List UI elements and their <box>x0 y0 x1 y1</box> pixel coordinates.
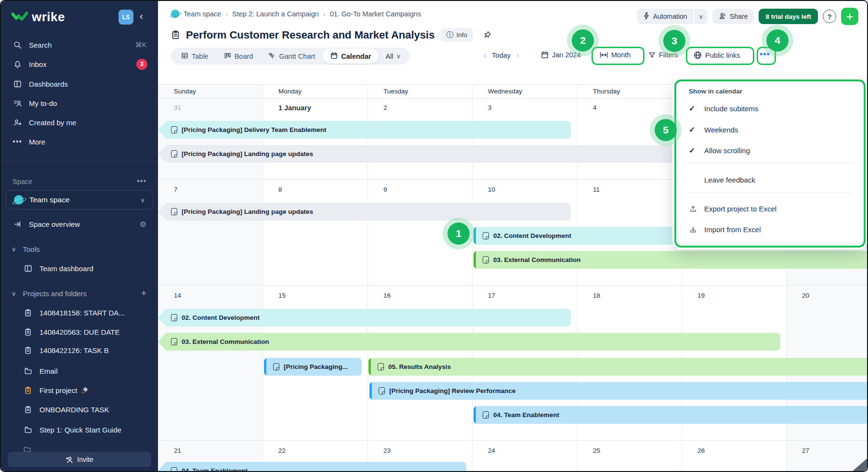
day-cell[interactable]: 31 <box>174 104 181 111</box>
day-cell[interactable]: 21 <box>174 447 181 454</box>
chevron-right-icon[interactable]: › <box>516 51 519 60</box>
space-more-icon[interactable]: ••• <box>137 177 146 185</box>
clipboard-orange-icon <box>23 386 33 394</box>
gantt-icon <box>268 52 276 61</box>
info-button[interactable]: ⓘ Info <box>440 28 473 42</box>
sidebar-item-project[interactable]: 1408422126: TASK B <box>1 341 158 359</box>
day-cell[interactable]: 22 <box>278 447 286 454</box>
breadcrumb-team-space[interactable]: Team space <box>184 10 221 18</box>
task-bar[interactable]: [Pricing Packaging... <box>264 358 362 376</box>
day-cell[interactable]: 2 <box>383 104 387 111</box>
task-bar[interactable]: 04. Team Enablement <box>158 462 466 471</box>
day-cell[interactable]: 25 <box>593 447 600 454</box>
tab-all-filter[interactable]: All ∨ <box>379 52 408 60</box>
pin-button[interactable] <box>479 28 496 42</box>
my-todo-icon <box>13 99 22 107</box>
day-cell[interactable]: 18 <box>593 292 600 299</box>
day-header: Sunday <box>174 88 196 95</box>
window-resize-corner[interactable] <box>853 459 867 471</box>
add-new-button[interactable]: + <box>841 8 858 25</box>
search-icon <box>13 41 22 49</box>
day-cell[interactable]: 9 <box>383 186 387 193</box>
tab-gantt-chart[interactable]: Gantt Chart <box>261 48 323 65</box>
task-bar[interactable]: 02. Content Development <box>158 309 571 327</box>
tab-board[interactable]: Board <box>216 48 261 65</box>
trial-days-button[interactable]: 8 trial days left <box>759 9 818 24</box>
sidebar-item-folder[interactable]: Step 1: Quick Start Guide <box>1 420 158 439</box>
sidebar-item-more[interactable]: ••• More <box>1 132 158 151</box>
day-cell[interactable]: 16 <box>383 292 391 299</box>
month-view-button[interactable]: Month <box>600 51 631 59</box>
today-button[interactable]: Today <box>492 52 511 59</box>
folder-icon <box>23 367 33 375</box>
check-icon: ✓ <box>689 146 697 155</box>
breadcrumb-step2[interactable]: Step 2: Launch a Campaign <box>232 10 319 18</box>
task-bar[interactable]: 03. External Communication <box>158 333 780 351</box>
automation-button[interactable]: Automation <box>637 9 694 24</box>
tab-calendar[interactable]: Calendar <box>323 49 379 64</box>
share-button[interactable]: Share <box>712 9 754 24</box>
avatar[interactable]: LS <box>118 10 133 25</box>
day-cell[interactable]: 10 <box>488 186 495 193</box>
day-cell[interactable]: 17 <box>488 292 495 299</box>
chevron-left-icon[interactable]: ‹ <box>484 51 486 60</box>
task-bar[interactable]: [Pricing Packaging] Delivery Team Enable… <box>158 121 571 139</box>
automation-dropdown-button[interactable]: ∨ <box>695 9 708 24</box>
sidebar-item-created-by-me[interactable]: Created by me <box>1 113 158 131</box>
day-cell[interactable]: 19 <box>697 292 705 299</box>
invite-button[interactable]: Invite <box>8 452 151 467</box>
sidebar-item-project[interactable]: 1408418158: START DA... <box>1 303 158 322</box>
menu-item-weekends[interactable]: ✓ Weekends <box>689 125 738 134</box>
day-cell[interactable]: 26 <box>697 447 705 454</box>
sidebar-item-project[interactable]: ONBOARDING TASK <box>1 400 158 419</box>
breadcrumb: Team space › Step 2: Launch a Campaign ›… <box>171 10 421 18</box>
sidebar-item-dashboards[interactable]: Dashboards <box>1 75 158 93</box>
add-project-icon[interactable]: + <box>141 288 146 299</box>
task-bar[interactable]: 04. Team Enablement <box>473 406 868 424</box>
sidebar-item-folder[interactable]: Email <box>1 362 158 380</box>
sidebar-item-space-overview[interactable]: Space overview ⚙ <box>1 215 158 233</box>
sidebar-item-my-todo[interactable]: My to-do <box>1 94 158 112</box>
sidebar-item-search[interactable]: Search ⌘K <box>1 36 158 54</box>
day-cell[interactable]: 8 <box>278 186 282 193</box>
day-cell[interactable]: 7 <box>174 186 178 193</box>
main-content: Team space › Step 2: Launch a Campaign ›… <box>158 1 868 471</box>
gear-icon[interactable]: ⚙ <box>140 220 146 229</box>
team-space-selector[interactable]: Team space ∨ <box>6 190 153 210</box>
help-button[interactable]: ? <box>823 10 836 23</box>
breadcrumb-campaigns[interactable]: 01. Go-To Market Campaigns <box>330 10 421 18</box>
day-header: Thursday <box>593 88 620 95</box>
menu-item-export-excel[interactable]: Export project to Excel <box>689 205 776 213</box>
day-cell[interactable]: 27 <box>802 447 809 454</box>
day-cell[interactable]: 20 <box>802 292 809 299</box>
sidebar-item-team-dashboard[interactable]: Team dashboard <box>1 259 158 277</box>
task-bar[interactable]: 05. Results Analysis <box>368 358 868 376</box>
info-icon: ⓘ <box>446 30 453 39</box>
task-bar[interactable]: [Pricing Packaging] Review Performance <box>369 382 868 400</box>
sidebar-collapse-icon[interactable]: ‹ <box>140 11 143 22</box>
projects-section-header[interactable]: ∨ Projects and folders + <box>1 284 158 302</box>
day-cell[interactable]: 15 <box>278 292 286 299</box>
public-links-button[interactable]: Public links <box>694 51 740 59</box>
day-cell[interactable]: 4 <box>593 104 597 111</box>
task-doc-icon <box>379 387 385 394</box>
day-cell[interactable]: 23 <box>383 447 391 454</box>
menu-item-include-subitems[interactable]: ✓ Include subitems <box>689 104 759 113</box>
tools-section-header[interactable]: ∨ Tools <box>1 240 158 258</box>
menu-item-allow-scrolling[interactable]: ✓ Allow scrolling <box>689 146 750 155</box>
day-cell[interactable]: 11 <box>593 186 600 193</box>
day-cell[interactable]: 3 <box>488 104 492 111</box>
menu-item-leave-feedback[interactable]: Leave feedback <box>689 176 755 184</box>
sidebar-item-inbox[interactable]: Inbox 3 <box>1 55 158 73</box>
chevron-down-icon: ∨ <box>699 13 704 20</box>
sidebar-item-project[interactable]: 1408420563: DUE DATE <box>1 323 158 341</box>
menu-item-import-excel[interactable]: Import from Excel <box>689 225 761 234</box>
task-bar[interactable]: 03. External Communication <box>473 251 868 269</box>
sidebar-item-first-project[interactable]: First project <box>1 381 158 399</box>
task-bar[interactable]: [Pricing Packaging] Landing page updates <box>158 203 571 221</box>
space-section-header: Space <box>13 178 32 185</box>
tab-table[interactable]: Table <box>173 48 216 65</box>
day-cell[interactable]: 14 <box>174 292 181 299</box>
day-cell[interactable]: 1 January <box>278 104 311 112</box>
day-cell[interactable]: 24 <box>488 447 495 454</box>
